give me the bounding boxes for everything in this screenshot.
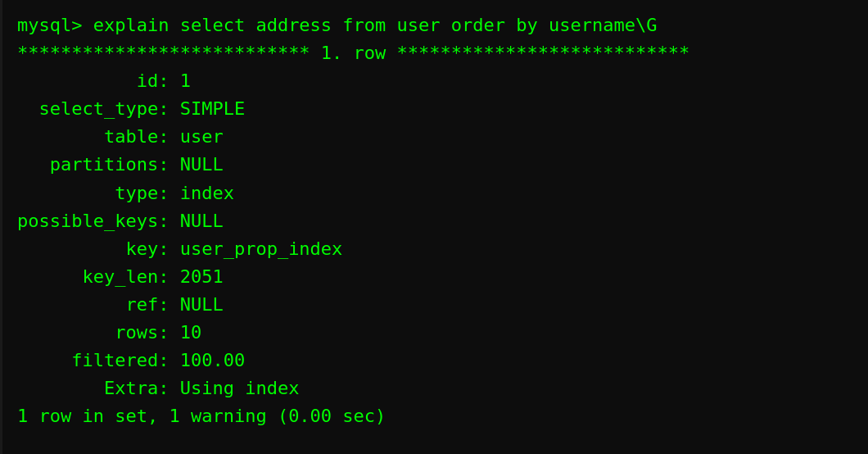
terminal-output: mysql> explain select address from user … xyxy=(17,11,853,430)
terminal-window[interactable]: mysql> explain select address from user … xyxy=(0,0,868,454)
